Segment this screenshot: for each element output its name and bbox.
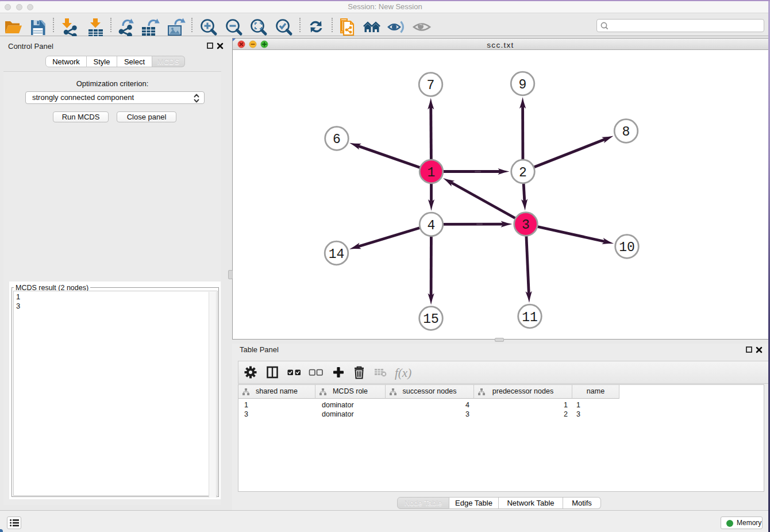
svg-text:8: 8 [622,125,630,140]
svg-text:14: 14 [329,247,345,262]
svg-text:15: 15 [423,312,439,327]
svg-text:4: 4 [428,218,436,233]
svg-text:9: 9 [519,78,527,92]
svg-text:3: 3 [522,218,530,233]
svg-text:11: 11 [522,310,538,325]
svg-text:1: 1 [428,165,436,180]
svg-text:10: 10 [619,240,635,255]
svg-text:7: 7 [427,78,435,93]
svg-text:f(x): f(x) [395,366,411,380]
svg-text:2: 2 [519,165,527,180]
svg-text:6: 6 [333,132,341,147]
